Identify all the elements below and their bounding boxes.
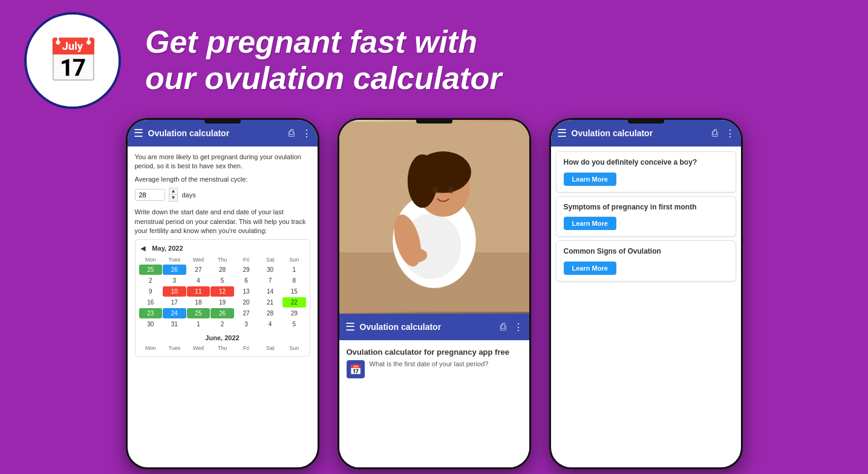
cal-day[interactable]: 1	[282, 265, 306, 275]
cal-day[interactable]: 17	[163, 297, 186, 308]
card-boy-learn-more[interactable]: Learn More	[564, 173, 616, 186]
cal-day[interactable]: 14	[258, 286, 282, 297]
cal-day[interactable]: 11	[187, 286, 210, 297]
phone1-appbar: ☰ Ovulation calculator ⎙ ⋮	[128, 120, 318, 146]
cal-day[interactable]: 3	[235, 319, 258, 329]
phone1-actions: ⎙ ⋮	[289, 128, 312, 139]
cal-day[interactable]: 12	[210, 286, 234, 297]
card-symptoms-learn-more[interactable]: Learn More	[564, 217, 616, 230]
svg-point-7	[432, 186, 439, 194]
cal-day[interactable]: 30	[258, 265, 282, 275]
cal-day[interactable]: 27	[235, 308, 258, 318]
cal-day[interactable]: 31	[163, 319, 186, 329]
cal-day[interactable]: 7	[258, 275, 282, 286]
phone1-menu-icon[interactable]: ☰	[134, 127, 143, 140]
cal-may-title: May, 2022	[152, 245, 183, 252]
phone3-appbar: ☰ Ovulation calculator ⎙ ⋮	[551, 120, 741, 146]
phone1-dots-icon[interactable]: ⋮	[302, 128, 312, 139]
phone2-share-icon[interactable]: ⎙	[500, 321, 506, 333]
phone1-text3: Write down the start date and end date o…	[135, 208, 310, 235]
phone2-dots-icon[interactable]: ⋮	[514, 321, 523, 333]
phone3-wrapper: ☰ Ovulation calculator ⎙ ⋮ How do you de…	[549, 118, 743, 469]
cal-day[interactable]: 4	[258, 319, 282, 329]
cal-day[interactable]: 5	[282, 319, 306, 329]
phone3-share-icon[interactable]: ⎙	[712, 128, 718, 139]
phone3-actions: ⎙ ⋮	[712, 128, 735, 139]
cal-day[interactable]: 1	[187, 319, 210, 329]
svg-point-6	[407, 154, 437, 208]
phone2-bottom-text: What is the first date of your last peri…	[370, 360, 489, 367]
phone3-menu-icon[interactable]: ☰	[557, 127, 567, 140]
cal-june-dow: Mon Tues Wed Thu Fri Sat Sun	[139, 344, 306, 352]
cal-day[interactable]: 6	[235, 275, 258, 286]
phone1-app-title: Ovulation calculator	[148, 128, 289, 138]
cal-day[interactable]: 23	[139, 308, 163, 318]
card-ovulation-learn-more[interactable]: Learn More	[564, 262, 616, 275]
cal-day[interactable]: 29	[282, 308, 306, 318]
phone2-cal-row: 📅 What is the first date of your last pe…	[347, 360, 522, 378]
phone1-screen: ☰ Ovulation calculator ⎙ ⋮ You are more …	[128, 120, 318, 467]
cal-day[interactable]: 8	[282, 275, 306, 286]
cal-day[interactable]: 20	[235, 297, 258, 308]
cal-day[interactable]: 5	[210, 275, 234, 286]
phone2-appbar: ☰ Ovulation calculator ⎙ ⋮	[339, 314, 529, 340]
cal-day[interactable]: 22	[282, 297, 306, 308]
stepper-up[interactable]: ▲	[169, 188, 178, 195]
cal-day[interactable]: 18	[187, 297, 210, 308]
card-boy-title: How do you definitely conceive a boy?	[564, 158, 728, 168]
phone3-dots-icon[interactable]: ⋮	[725, 128, 735, 139]
cal-june-title: June, 2022	[139, 334, 306, 341]
cal-day[interactable]: 16	[139, 297, 163, 308]
stepper-down[interactable]: ▼	[169, 195, 178, 201]
cal-day[interactable]: 27	[187, 265, 210, 275]
phone2-screen: ☰ Ovulation calculator ⎙ ⋮ Ovulation cal…	[339, 120, 529, 467]
cal-day[interactable]: 13	[235, 286, 258, 297]
phone2-wrapper: ☰ Ovulation calculator ⎙ ⋮ Ovulation cal…	[338, 118, 531, 469]
cal-day[interactable]: 10	[163, 286, 186, 297]
phone1-share-icon[interactable]: ⎙	[289, 128, 295, 139]
dow-thu: Thu	[210, 255, 234, 264]
cal-day[interactable]: 28	[258, 308, 282, 318]
phone3-app-title: Ovulation calculator	[572, 128, 712, 138]
svg-point-8	[448, 186, 454, 194]
phones-section: ☰ Ovulation calculator ⎙ ⋮ You are more …	[0, 118, 868, 474]
cal-day[interactable]: 3	[163, 275, 186, 286]
phone2-bottom-title: Ovulation calculator for pregnancy app f…	[347, 347, 522, 357]
cal-day[interactable]: 25	[187, 308, 210, 318]
dow: Sat	[258, 344, 282, 352]
cal-day[interactable]: 2	[139, 275, 163, 286]
phone3-screen: ☰ Ovulation calculator ⎙ ⋮ How do you de…	[551, 120, 741, 467]
phone2-menu-icon[interactable]: ☰	[345, 320, 355, 334]
cal-day[interactable]: 25	[139, 265, 163, 275]
cal-day[interactable]: 2	[210, 319, 234, 329]
cal-day[interactable]: 29	[235, 265, 258, 275]
cal-day[interactable]: 24	[163, 308, 186, 318]
cal-day[interactable]: 15	[282, 286, 306, 297]
cal-day[interactable]: 9	[139, 286, 163, 297]
cal-day[interactable]: 28	[210, 265, 234, 275]
phone2-actions: ⎙ ⋮	[500, 321, 523, 333]
header: 📅 Get pregnant fast with our ovulation c…	[0, 0, 868, 121]
cal-day[interactable]: 26	[210, 308, 234, 318]
logo-icon: 📅	[47, 39, 99, 82]
cal-may-grid: Mon Tues Wed Thu Fri Sat Sun 25 26 27 28	[139, 255, 306, 329]
cal-day[interactable]: 30	[139, 319, 163, 329]
cal-day[interactable]: 19	[210, 297, 234, 308]
cal-day[interactable]: 26	[163, 265, 186, 275]
card-symptoms-title: Symptoms of pregnancy in first month	[564, 203, 728, 212]
card-ovulation-title: Common Signs of Ovulation	[564, 247, 728, 257]
phone1-text2: Average length of the menstrual cycle:	[135, 175, 310, 184]
cycle-length-input[interactable]	[135, 189, 165, 201]
dow: Fri	[235, 344, 258, 352]
dow-mon: Mon	[139, 255, 163, 264]
cal-day[interactable]: 21	[258, 297, 282, 308]
phone3-content: How do you definitely conceive a boy? Le…	[551, 146, 741, 467]
cal-day[interactable]: 4	[187, 275, 210, 286]
dow: Tues	[163, 344, 186, 352]
phone1-content: You are more likely to get pregnant duri…	[128, 146, 318, 467]
cycle-stepper[interactable]: ▲ ▼	[169, 188, 178, 202]
cal-prev-btn[interactable]: ◄	[139, 243, 148, 253]
dow: Wed	[187, 344, 210, 352]
phone2-bottom: ☰ Ovulation calculator ⎙ ⋮ Ovulation cal…	[339, 314, 529, 467]
cal-may-header: ◄ May, 2022	[139, 243, 306, 253]
